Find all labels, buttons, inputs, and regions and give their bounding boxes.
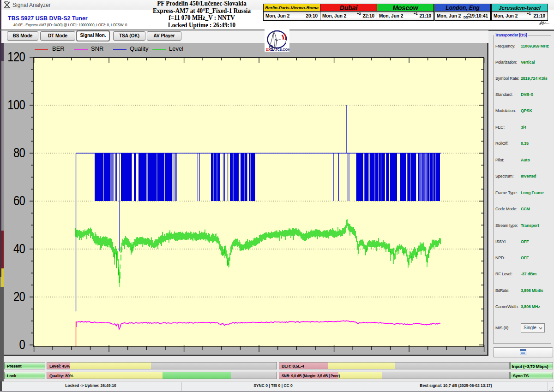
- svg-text:DX: DX: [266, 48, 271, 51]
- svg-text:SATCS.COM: SATCS.COM: [271, 48, 289, 51]
